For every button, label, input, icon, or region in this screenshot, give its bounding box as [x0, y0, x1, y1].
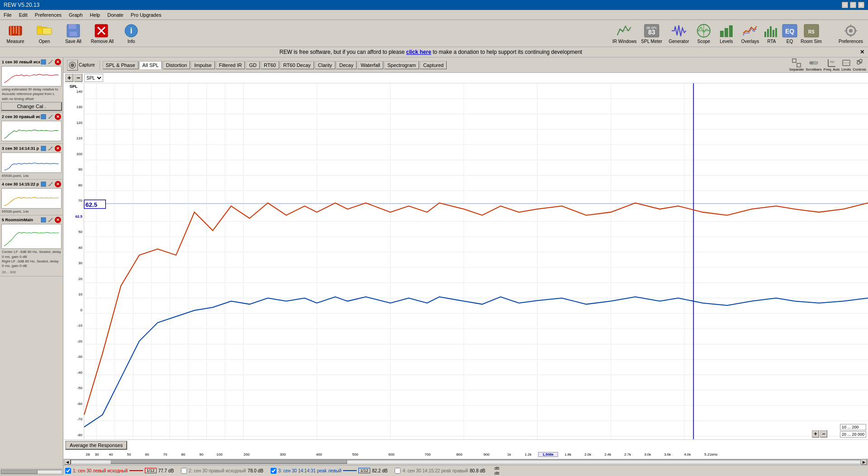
tab-all-spl[interactable]: All SPL [139, 61, 162, 69]
spl-meter-button[interactable]: dB SPL 83 SPL Meter [638, 23, 665, 44]
meas-solo-2[interactable] [40, 114, 47, 120]
x-800: 800 [446, 452, 473, 457]
meas-edit-3[interactable] [48, 145, 54, 152]
h-scrollbar[interactable]: ◀ ▶ [63, 459, 868, 465]
meas-close-1[interactable]: ✕ [55, 59, 61, 65]
change-cal-btn-1[interactable]: Change Cal . [1, 102, 62, 111]
x-200: 200 [229, 452, 265, 457]
save-all-button[interactable]: Save All [62, 23, 85, 44]
title-bar: REW V5.20.13 – □ ✕ [0, 0, 868, 10]
meas-edit-5[interactable] [48, 217, 54, 223]
chart-canvas[interactable]: 62.5 10 ... 200 20 ... 20 000 + − [84, 83, 868, 439]
separate-button[interactable]: Separate [789, 58, 804, 71]
meas-edit-1[interactable] [48, 59, 54, 65]
meas-solo-1[interactable] [40, 59, 47, 65]
measurement-item-2[interactable]: 2 сен 30 правый ис ✕ [0, 112, 63, 144]
open-button[interactable]: Open [33, 23, 56, 44]
measurement-header-5: 5 RoomsimMain ✕ [1, 216, 62, 224]
legend-checkbox-4[interactable] [395, 468, 401, 474]
tab-decay[interactable]: Decay [336, 61, 357, 69]
zoom-plus-chart[interactable]: + [812, 430, 819, 438]
maximize-button[interactable]: □ [850, 2, 856, 8]
meas-solo-4[interactable] [40, 181, 47, 187]
meas-close-3[interactable]: ✕ [55, 145, 61, 152]
limits-button[interactable]: Limits [841, 58, 851, 71]
legend-checkbox-3[interactable] [271, 468, 277, 474]
menu-graph[interactable]: Graph [67, 11, 85, 19]
minimize-button[interactable]: – [842, 2, 848, 8]
tab-spectrogram[interactable]: Spectrogram [384, 61, 419, 69]
zoom-minus-chart[interactable]: − [820, 430, 827, 438]
donation-close[interactable]: ✕ [860, 49, 866, 55]
scrollbar-thumb[interactable] [110, 460, 347, 464]
legend-checkbox-1[interactable] [65, 468, 71, 474]
overlays-button[interactable]: Overlays [738, 23, 763, 44]
tab-gd[interactable]: GD [246, 61, 260, 69]
tab-filtered-ir[interactable]: Filtered IR [216, 61, 245, 69]
tab-captured[interactable]: Captured [420, 61, 447, 69]
menu-file[interactable]: File [2, 11, 14, 19]
rta-button[interactable]: RTA [763, 23, 781, 44]
tab-rt60[interactable]: RT60 [261, 61, 279, 69]
menu-edit[interactable]: Edit [17, 11, 29, 19]
generator-label: Generator [668, 39, 689, 44]
legend-checkbox-2[interactable] [181, 468, 187, 474]
zoom-out-button[interactable]: − [74, 74, 82, 82]
meas-solo-3[interactable] [40, 145, 47, 152]
x-60: 60 [138, 452, 156, 457]
tab-spl-phase[interactable]: SPL & Phase [103, 61, 138, 69]
scope-button[interactable]: Scope [692, 23, 715, 44]
menu-help[interactable]: Help [88, 11, 102, 19]
remove-all-button[interactable]: Remove All [91, 23, 114, 44]
meas-close-4[interactable]: ✕ [55, 181, 61, 187]
meas-edit-4[interactable] [48, 181, 54, 187]
capture-icon[interactable] [67, 60, 78, 71]
measurement-item-3[interactable]: 3 сен 30 14:14:31 p ✕ [0, 144, 63, 180]
scroll-right-btn[interactable]: ▶ [861, 459, 867, 465]
spl-select[interactable]: SPL 1/3 1/6 1/12 1/24 1/48 [84, 74, 103, 82]
zoom-label-20000[interactable]: 20 ... 20 000 [840, 431, 866, 438]
tab-distortion[interactable]: Distortion [163, 61, 190, 69]
room-sim-button[interactable]: RS Room Sim [799, 23, 824, 44]
controls-button[interactable]: Controls [853, 58, 866, 71]
legend-smoothing-1[interactable]: 1/12 [145, 468, 157, 473]
levels-button[interactable]: Levels [715, 23, 738, 44]
meas-solo-5[interactable] [40, 217, 47, 223]
menu-pro[interactable]: Pro Upgrades [129, 11, 163, 19]
freq-axis-button[interactable]: Hz Freq. Axis [824, 58, 840, 71]
generator-button[interactable]: Generator [665, 23, 692, 44]
sidebar-scroll[interactable]: 1 сен 30 левый исх. ✕ [0, 57, 63, 468]
measurement-item-5[interactable]: 5 RoomsimMain ✕ [0, 215, 63, 276]
eq-button[interactable]: EQ EQ [781, 23, 799, 44]
meas-close-5[interactable]: ✕ [55, 217, 61, 223]
scroll-left-btn[interactable]: ◀ [64, 459, 71, 465]
scrollbar-track[interactable] [71, 460, 861, 464]
preferences-right-label: Preferences [839, 39, 863, 44]
ir-windows-button[interactable]: IR Windows [611, 23, 638, 44]
legend-smoothing-3[interactable]: 1/12 [358, 468, 370, 473]
svg-text:83: 83 [648, 29, 655, 36]
zoom-label-200[interactable]: 10 ... 200 [840, 424, 866, 430]
menu-preferences[interactable]: Preferences [33, 11, 63, 19]
zoom-in-button[interactable]: + [65, 74, 73, 82]
close-button[interactable]: ✕ [858, 2, 864, 8]
meas-close-2[interactable]: ✕ [55, 114, 61, 120]
scrollbars-button[interactable]: Scrollbars [806, 58, 822, 71]
meas-icons-2: ✕ [40, 114, 61, 120]
tab-waterfall[interactable]: Waterfall [358, 61, 383, 69]
menu-donate[interactable]: Donate [105, 11, 125, 19]
average-responses-button[interactable]: Average the Responses [65, 441, 127, 450]
sidebar-scrollbar[interactable] [0, 468, 63, 475]
measurement-item-1[interactable]: 1 сен 30 левый исх. ✕ [0, 57, 63, 112]
tab-impulse[interactable]: Impulse [191, 61, 215, 69]
tab-rt60-decay[interactable]: RT60 Decay [280, 61, 314, 69]
measurement-item-4[interactable]: 4 сен 30 14:15:22 p ✕ [0, 180, 63, 215]
donation-link[interactable]: click here [406, 49, 431, 55]
chart-bottom: Average the Responses 28 30 40 50 60 70 … [63, 439, 868, 465]
info-button[interactable]: i Info [119, 23, 143, 44]
tab-clarity[interactable]: Clarity [315, 61, 335, 69]
meas-edit-2[interactable] [48, 114, 54, 120]
measurement-header-3: 3 сен 30 14:14:31 p ✕ [1, 145, 62, 152]
preferences-right-button[interactable]: Preferences [837, 23, 864, 44]
measure-button[interactable]: Measure [4, 23, 27, 44]
